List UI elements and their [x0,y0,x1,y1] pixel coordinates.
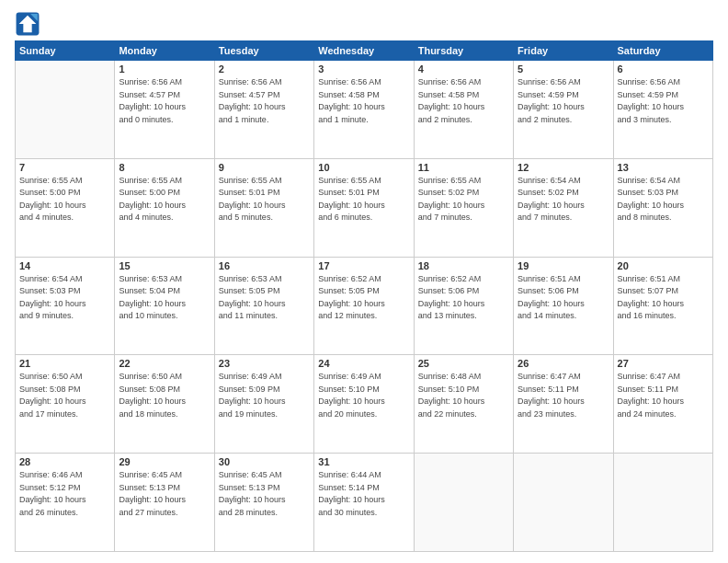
day-number: 17 [318,260,409,271]
day-number: 18 [418,260,509,271]
page: SundayMondayTuesdayWednesdayThursdayFrid… [0,0,728,563]
day-info: Sunrise: 6:55 AM Sunset: 5:00 PM Dayligh… [119,175,210,224]
day-info: Sunrise: 6:55 AM Sunset: 5:01 PM Dayligh… [219,175,310,224]
weekday-wednesday: Wednesday [314,41,414,61]
calendar-cell: 4Sunrise: 6:56 AM Sunset: 4:58 PM Daylig… [414,61,513,159]
day-info: Sunrise: 6:55 AM Sunset: 5:02 PM Dayligh… [418,175,509,224]
day-info: Sunrise: 6:49 AM Sunset: 5:10 PM Dayligh… [318,371,409,420]
calendar-cell: 14Sunrise: 6:54 AM Sunset: 5:03 PM Dayli… [16,257,115,355]
day-number: 30 [219,456,310,467]
calendar-cell: 12Sunrise: 6:54 AM Sunset: 5:02 PM Dayli… [514,158,613,257]
day-number: 2 [219,63,310,75]
day-number: 19 [518,260,609,271]
calendar-cell: 27Sunrise: 6:47 AM Sunset: 5:11 PM Dayli… [613,355,712,454]
calendar-cell [16,61,115,159]
day-info: Sunrise: 6:45 AM Sunset: 5:13 PM Dayligh… [119,469,210,519]
day-info: Sunrise: 6:55 AM Sunset: 5:00 PM Dayligh… [19,175,110,224]
weekday-friday: Friday [514,41,613,61]
calendar-cell: 16Sunrise: 6:53 AM Sunset: 5:05 PM Dayli… [214,257,313,355]
calendar-cell: 29Sunrise: 6:45 AM Sunset: 5:13 PM Dayli… [115,454,214,552]
day-info: Sunrise: 6:55 AM Sunset: 5:01 PM Dayligh… [318,175,409,224]
calendar-cell: 22Sunrise: 6:50 AM Sunset: 5:08 PM Dayli… [115,355,214,454]
weekday-saturday: Saturday [613,41,712,61]
day-info: Sunrise: 6:46 AM Sunset: 5:12 PM Dayligh… [19,469,110,519]
day-info: Sunrise: 6:44 AM Sunset: 5:14 PM Dayligh… [318,469,409,519]
day-number: 3 [318,63,409,75]
day-number: 1 [119,63,210,75]
day-number: 23 [219,358,310,369]
calendar-cell [514,454,613,552]
day-number: 11 [418,162,509,173]
weekday-header-row: SundayMondayTuesdayWednesdayThursdayFrid… [16,41,713,61]
calendar-cell: 8Sunrise: 6:55 AM Sunset: 5:00 PM Daylig… [115,158,214,257]
day-info: Sunrise: 6:47 AM Sunset: 5:11 PM Dayligh… [518,371,609,420]
calendar-week-3: 21Sunrise: 6:50 AM Sunset: 5:08 PM Dayli… [16,355,713,454]
calendar-cell: 1Sunrise: 6:56 AM Sunset: 4:57 PM Daylig… [115,61,214,159]
calendar-cell: 25Sunrise: 6:48 AM Sunset: 5:10 PM Dayli… [414,355,513,454]
calendar-cell: 6Sunrise: 6:56 AM Sunset: 4:59 PM Daylig… [613,61,712,159]
day-number: 12 [518,162,609,173]
day-number: 8 [119,162,210,173]
day-info: Sunrise: 6:50 AM Sunset: 5:08 PM Dayligh… [19,371,110,420]
day-number: 15 [119,260,210,271]
calendar-header: SundayMondayTuesdayWednesdayThursdayFrid… [16,41,713,61]
calendar-cell: 15Sunrise: 6:53 AM Sunset: 5:04 PM Dayli… [115,257,214,355]
calendar-cell: 3Sunrise: 6:56 AM Sunset: 4:58 PM Daylig… [314,61,414,159]
calendar-cell: 31Sunrise: 6:44 AM Sunset: 5:14 PM Dayli… [314,454,414,552]
weekday-monday: Monday [115,41,214,61]
day-number: 31 [318,456,409,467]
day-number: 26 [518,358,609,369]
calendar-week-0: 1Sunrise: 6:56 AM Sunset: 4:57 PM Daylig… [16,61,713,159]
calendar-cell: 5Sunrise: 6:56 AM Sunset: 4:59 PM Daylig… [514,61,613,159]
calendar-cell: 24Sunrise: 6:49 AM Sunset: 5:10 PM Dayli… [314,355,414,454]
weekday-thursday: Thursday [414,41,513,61]
day-info: Sunrise: 6:56 AM Sunset: 4:59 PM Dayligh… [618,76,709,126]
calendar-cell: 26Sunrise: 6:47 AM Sunset: 5:11 PM Dayli… [514,355,613,454]
weekday-sunday: Sunday [16,41,115,61]
logo [15,11,44,37]
calendar-cell: 17Sunrise: 6:52 AM Sunset: 5:05 PM Dayli… [314,257,414,355]
calendar-cell: 23Sunrise: 6:49 AM Sunset: 5:09 PM Dayli… [214,355,313,454]
calendar-week-2: 14Sunrise: 6:54 AM Sunset: 5:03 PM Dayli… [16,257,713,355]
calendar-body: 1Sunrise: 6:56 AM Sunset: 4:57 PM Daylig… [16,61,713,552]
day-info: Sunrise: 6:54 AM Sunset: 5:03 PM Dayligh… [19,273,110,323]
day-info: Sunrise: 6:54 AM Sunset: 5:02 PM Dayligh… [518,175,609,224]
day-info: Sunrise: 6:48 AM Sunset: 5:10 PM Dayligh… [418,371,509,420]
day-number: 21 [19,358,110,369]
calendar-cell: 13Sunrise: 6:54 AM Sunset: 5:03 PM Dayli… [613,158,712,257]
day-number: 24 [318,358,409,369]
day-number: 16 [219,260,310,271]
header [15,11,713,37]
day-number: 4 [418,63,509,75]
day-info: Sunrise: 6:56 AM Sunset: 4:57 PM Dayligh… [219,76,310,126]
calendar-cell: 11Sunrise: 6:55 AM Sunset: 5:02 PM Dayli… [414,158,513,257]
calendar-table: SundayMondayTuesdayWednesdayThursdayFrid… [15,40,713,552]
day-number: 10 [318,162,409,173]
calendar-cell [613,454,712,552]
calendar-week-4: 28Sunrise: 6:46 AM Sunset: 5:12 PM Dayli… [16,454,713,552]
day-number: 6 [618,63,709,75]
calendar-cell: 20Sunrise: 6:51 AM Sunset: 5:07 PM Dayli… [613,257,712,355]
calendar-cell: 19Sunrise: 6:51 AM Sunset: 5:06 PM Dayli… [514,257,613,355]
day-info: Sunrise: 6:52 AM Sunset: 5:06 PM Dayligh… [418,273,509,323]
calendar-cell: 7Sunrise: 6:55 AM Sunset: 5:00 PM Daylig… [16,158,115,257]
day-info: Sunrise: 6:52 AM Sunset: 5:05 PM Dayligh… [318,273,409,323]
calendar-week-1: 7Sunrise: 6:55 AM Sunset: 5:00 PM Daylig… [16,158,713,257]
day-number: 29 [119,456,210,467]
day-number: 20 [618,260,709,271]
day-number: 27 [618,358,709,369]
day-number: 5 [518,63,609,75]
calendar-cell: 2Sunrise: 6:56 AM Sunset: 4:57 PM Daylig… [214,61,313,159]
calendar-cell: 9Sunrise: 6:55 AM Sunset: 5:01 PM Daylig… [214,158,313,257]
day-info: Sunrise: 6:47 AM Sunset: 5:11 PM Dayligh… [618,371,709,420]
weekday-tuesday: Tuesday [214,41,313,61]
day-info: Sunrise: 6:56 AM Sunset: 4:59 PM Dayligh… [518,76,609,126]
day-number: 7 [19,162,110,173]
day-number: 22 [119,358,210,369]
day-number: 14 [19,260,110,271]
day-info: Sunrise: 6:54 AM Sunset: 5:03 PM Dayligh… [618,175,709,224]
calendar-cell: 21Sunrise: 6:50 AM Sunset: 5:08 PM Dayli… [16,355,115,454]
day-info: Sunrise: 6:53 AM Sunset: 5:05 PM Dayligh… [219,273,310,323]
day-info: Sunrise: 6:51 AM Sunset: 5:06 PM Dayligh… [518,273,609,323]
calendar-cell [414,454,513,552]
